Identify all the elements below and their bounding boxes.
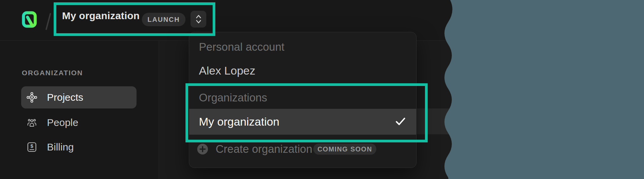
neon-logo-icon: [21, 10, 38, 29]
launch-badge: LAUNCH: [142, 13, 185, 26]
billing-icon: $: [26, 141, 38, 153]
dropdown-item-alex-lopez[interactable]: Alex Lopez: [189, 59, 416, 82]
app-window: My organization LAUNCH ORGANIZATION Proj…: [0, 0, 644, 179]
launch-badge-label: LAUNCH: [148, 16, 180, 24]
sidebar-item-label: Billing: [47, 141, 74, 153]
sidebar-item-people[interactable]: People: [21, 111, 137, 134]
sidebar-item-billing[interactable]: $ Billing: [21, 136, 137, 158]
sidebar-item-label: Projects: [47, 92, 83, 103]
dropdown-item-my-organization[interactable]: My organization: [189, 109, 416, 135]
plus-circle-icon: [197, 144, 208, 154]
menu-item-label: Alex Lopez: [189, 64, 255, 77]
org-switcher-dropdown: Personal account Alex Lopez Organization…: [189, 32, 417, 168]
breadcrumb-slash: [45, 13, 51, 30]
people-icon: [26, 117, 38, 128]
section-title: Organizations: [189, 91, 267, 104]
wavy-edge-decoration: [433, 0, 644, 179]
checkmark-icon: [395, 115, 406, 128]
section-title: Personal account: [189, 41, 284, 53]
coming-soon-badge: COMING SOON: [313, 144, 376, 155]
dropdown-section-personal-account: Personal account: [189, 38, 416, 56]
sidebar-item-projects[interactable]: Projects: [21, 86, 137, 108]
dropdown-item-create-organization[interactable]: Create organization COMING SOON: [189, 138, 416, 161]
menu-item-label: My organization: [189, 115, 279, 128]
projects-icon: [26, 92, 38, 103]
org-switcher-label[interactable]: My organization: [62, 9, 140, 22]
coming-soon-badge-label: COMING SOON: [317, 145, 372, 153]
sidebar-section-label: ORGANIZATION: [22, 69, 83, 77]
menu-item-label: Create organization: [216, 143, 312, 155]
sidebar-divider: [159, 41, 159, 179]
chevron-up-down-icon: [194, 14, 203, 25]
neon-logo[interactable]: [21, 10, 38, 30]
dropdown-section-organizations: Organizations: [189, 87, 416, 108]
sidebar-item-label: People: [47, 117, 78, 128]
svg-text:$: $: [31, 143, 34, 149]
org-switcher-toggle-button[interactable]: [191, 11, 206, 28]
